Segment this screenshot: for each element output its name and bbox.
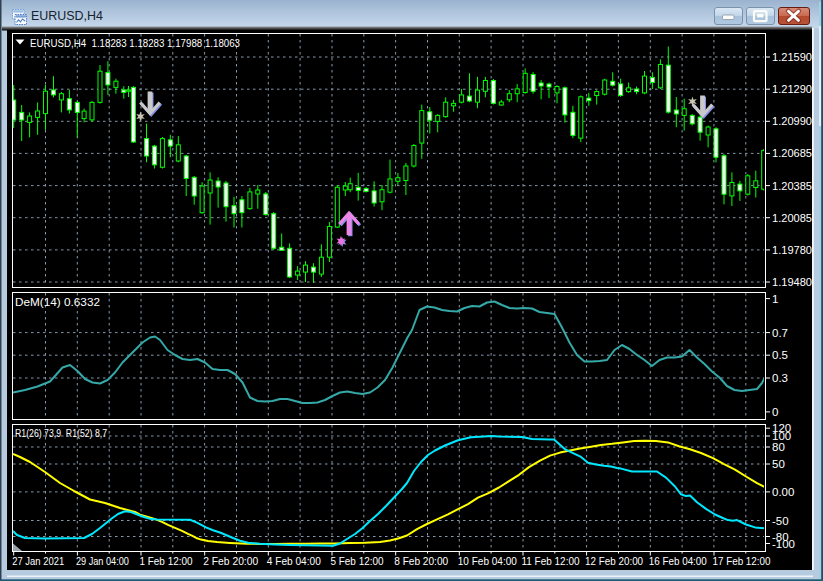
svg-text:1.21590: 1.21590 [772, 51, 812, 63]
svg-text:27 Jan 2021: 27 Jan 2021 [12, 555, 64, 567]
svg-text:0.7: 0.7 [772, 327, 788, 339]
svg-text:0.5: 0.5 [772, 349, 788, 361]
svg-text:1.20085: 1.20085 [772, 212, 812, 224]
svg-text:0: 0 [772, 406, 778, 418]
svg-text:8 Feb 20:00: 8 Feb 20:00 [394, 555, 448, 567]
svg-text:11 Feb 12:00: 11 Feb 12:00 [522, 555, 580, 567]
svg-text:1 Feb 12:00: 1 Feb 12:00 [140, 555, 193, 567]
svg-text:DeM(14) 0.6332: DeM(14) 0.6332 [15, 296, 100, 308]
svg-text:29 Jan 04:00: 29 Jan 04:00 [76, 555, 129, 567]
svg-text:1.20990: 1.20990 [772, 115, 812, 127]
svg-text:5 Feb 12:00: 5 Feb 12:00 [331, 555, 384, 567]
svg-text:2 Feb 20:00: 2 Feb 20:00 [203, 555, 258, 567]
svg-text:4 Feb 04:00: 4 Feb 04:00 [267, 555, 321, 567]
svg-text:1.21290: 1.21290 [772, 83, 812, 95]
svg-text:1.19480: 1.19480 [772, 276, 812, 288]
svg-text:16 Feb 04:00: 16 Feb 04:00 [649, 555, 707, 567]
svg-text:-100: -100 [772, 538, 795, 550]
svg-text:17 Feb 12:00: 17 Feb 12:00 [713, 555, 771, 567]
svg-text:EURUSD,H4: EURUSD,H4 [31, 8, 103, 23]
svg-text:12 Feb 20:00: 12 Feb 20:00 [585, 555, 643, 567]
svg-text:10 Feb 04:00: 10 Feb 04:00 [458, 555, 517, 567]
svg-text:1.20385: 1.20385 [772, 180, 812, 192]
svg-text:R1(26) 73,9 R1(52) 8,7: R1(26) 73,9 R1(52) 8,7 [15, 427, 107, 439]
svg-text:50: 50 [772, 458, 785, 470]
svg-text:1.19780: 1.19780 [772, 244, 812, 256]
svg-text:1.20685: 1.20685 [772, 147, 812, 159]
svg-text:1: 1 [772, 293, 778, 305]
svg-text:80: 80 [772, 441, 785, 453]
svg-text:0.3: 0.3 [772, 372, 788, 384]
svg-text:-50: -50 [772, 515, 789, 527]
svg-text:EURUSD,H4 1.18283 1.18283 1.1: EURUSD,H4 1.18283 1.18283 1.17988 1.1806… [30, 37, 240, 49]
svg-text:0.00: 0.00 [772, 486, 794, 498]
